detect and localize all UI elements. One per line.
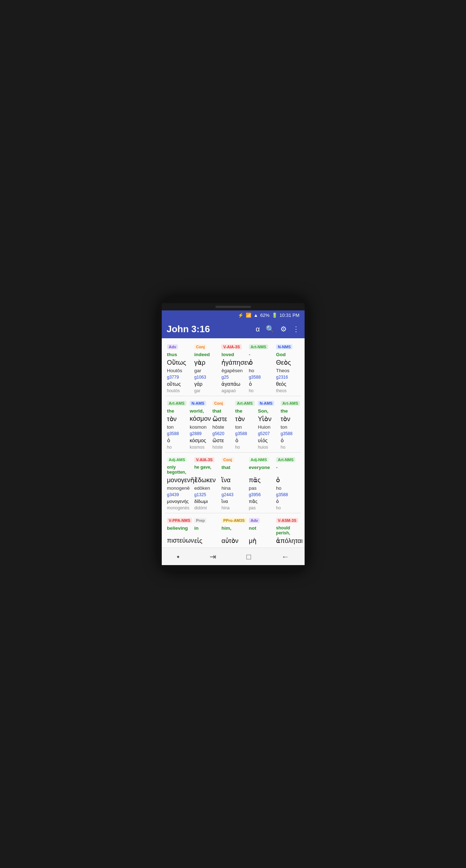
tag-cell: Adj-NMS xyxy=(247,456,274,463)
lexeme-cell: θεός xyxy=(274,381,301,387)
status-bar: ⚡ 📶 ▲ 62% 🔋 10:31 PM xyxy=(162,310,305,320)
more-icon[interactable]: ⋮ xyxy=(292,325,300,333)
tag-cell: N-AMS xyxy=(188,399,210,406)
greek-cell: ἀπόληται xyxy=(274,537,301,545)
pos-badge: Conj xyxy=(221,457,234,462)
home-button[interactable]: • xyxy=(177,552,180,562)
pos-badge: PPro-AM3S xyxy=(221,518,246,523)
time: 10:31 PM xyxy=(280,313,300,318)
pos-badge: N-NMS xyxy=(276,344,292,349)
gloss-cell: the xyxy=(279,408,301,414)
lexeme-cell: ὁ xyxy=(279,437,301,444)
pos-badge: N-AMS xyxy=(190,401,206,406)
greek-cell: Υἱὸν xyxy=(256,415,278,423)
lex-translit-cell: pas xyxy=(247,505,274,511)
gloss-cell: only begotten, xyxy=(165,464,192,475)
tag-cell: V-PPA-NMS xyxy=(165,517,192,524)
greek-cell: Θεὸς xyxy=(274,358,301,367)
pos-badge: Adj-NMS xyxy=(249,457,269,462)
strongs-cell: g2316 xyxy=(274,374,301,380)
greek-cell: Οὕτως xyxy=(165,358,192,367)
gloss-cell: loved xyxy=(220,351,246,358)
translit-cell: kosmon xyxy=(188,424,210,430)
gloss-cell: he gave, xyxy=(192,464,219,475)
tag-cell: Adv xyxy=(247,517,274,524)
pos-badge: Art-NMS xyxy=(276,457,295,462)
nav-bar: • ⇥ □ ← xyxy=(162,548,305,565)
tag-cell: Adv xyxy=(165,343,192,350)
gloss-cell: the xyxy=(165,408,187,414)
alpha-button[interactable]: α xyxy=(256,325,260,333)
strongs-cell: g2443 xyxy=(220,492,246,498)
greek-cell: ἔδωκεν xyxy=(192,476,219,484)
greek-cell: αὐτὸν xyxy=(220,537,246,545)
strongs-cell: g3588 xyxy=(247,374,274,380)
greek-cell: ὥστε xyxy=(211,415,233,423)
greek-cell: πᾶς xyxy=(247,476,274,484)
greek-cell: πιστεύων xyxy=(165,537,192,545)
lexeme-cell: γάρ xyxy=(192,381,219,387)
gloss-cell: the xyxy=(234,408,256,414)
strongs-cell: g5207 xyxy=(256,431,278,437)
greek-cell: ἵνα xyxy=(220,476,246,484)
translit-cell: ēgapēsen xyxy=(220,368,246,374)
lexeme-cell: ὥστε xyxy=(211,437,233,444)
lex-translit-cell: theos xyxy=(274,388,301,394)
pos-badge: Adj-AMS xyxy=(167,457,187,462)
gloss-cell: - xyxy=(247,351,274,358)
pos-badge: Art-AMS xyxy=(167,401,186,406)
greek-cell: κόσμον xyxy=(188,415,210,423)
lexeme-cell: μονογενής xyxy=(165,498,192,504)
pos-badge: Art-NMS xyxy=(249,344,268,349)
lexeme-cell: ὁ xyxy=(247,381,274,387)
translit-cell: pas xyxy=(247,485,274,491)
pos-badge: Conj xyxy=(212,401,225,406)
translit-cell: gar xyxy=(192,368,219,374)
lexeme-cell: ὁ xyxy=(234,437,256,444)
translit-cell: edōken xyxy=(192,485,219,491)
recent-button[interactable]: ⇥ xyxy=(210,552,216,562)
strongs-cell: g5620 xyxy=(211,431,233,437)
tag-cell: N-AMS xyxy=(256,399,278,406)
greek-cell: ὁ xyxy=(274,476,301,484)
translit-cell: Huion xyxy=(256,424,278,430)
gloss-cell: in xyxy=(192,525,219,536)
gloss-cell: not xyxy=(247,525,274,536)
tag-cell: Art-AMS xyxy=(279,399,301,406)
lexeme-cell: ἵνα xyxy=(220,498,246,504)
strongs-cell: g3779 xyxy=(165,374,192,380)
tag-cell: Art-AMS xyxy=(165,399,187,406)
tag-cell: Conj xyxy=(220,456,246,463)
tag-cell: Art-AMS xyxy=(234,399,256,406)
gloss-cell: should perish, xyxy=(274,525,301,536)
tag-cell: V-AIA-3S xyxy=(220,343,246,350)
lex-translit-cell: kosmos xyxy=(188,444,210,450)
pos-badge: V-ASM-3S xyxy=(276,518,298,523)
home-icon[interactable]: □ xyxy=(246,552,251,562)
lexeme-cell: οὕτως xyxy=(165,381,192,387)
verse-section-4: V-PPA-NMS Prep PPro-AM3S Adv V-ASM-3S be… xyxy=(165,515,301,545)
search-icon[interactable]: 🔍 xyxy=(266,325,275,333)
tag-cell: V-AIA-3S xyxy=(192,456,219,463)
lex-translit-cell: ho xyxy=(247,388,274,394)
lexeme-cell: ὁ xyxy=(274,498,301,504)
gloss-cell: God xyxy=(274,351,301,358)
strongs-cell: g1325 xyxy=(192,492,219,498)
greek-cell: τὸν xyxy=(165,415,187,423)
back-button[interactable]: ← xyxy=(281,552,289,562)
translit-cell: ton xyxy=(165,424,187,430)
settings-icon[interactable]: ⚙ xyxy=(280,325,287,333)
lexeme-cell: κόσμος xyxy=(188,437,210,444)
translit-cell: ton xyxy=(279,424,301,430)
gloss-cell: indeed xyxy=(192,351,219,358)
strongs-cell: g3588 xyxy=(165,431,187,437)
pos-badge: Prep xyxy=(194,518,206,523)
greek-cell: τὸν xyxy=(279,415,301,423)
lex-translit-cell: houtós xyxy=(165,388,192,394)
gloss-cell: that xyxy=(220,464,246,475)
gloss-cell: that xyxy=(211,408,233,414)
tag-cell: N-NMS xyxy=(274,343,301,350)
gloss-cell: believing xyxy=(165,525,192,536)
greek-cell: ἠγάπησεν xyxy=(220,358,246,367)
bluetooth-icon: ⚡ xyxy=(238,313,244,318)
